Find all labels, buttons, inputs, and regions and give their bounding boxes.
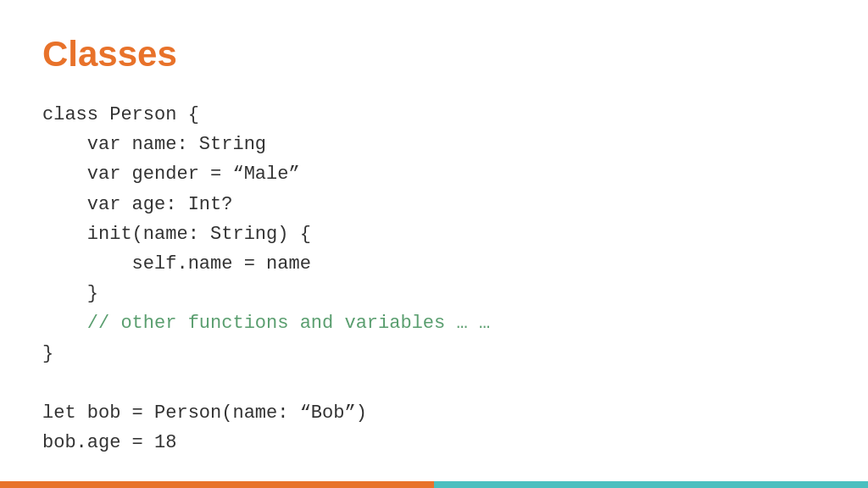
code-line-5: init(name: String) {	[42, 219, 826, 249]
page-container: Classes class Person { var name: String …	[0, 0, 868, 488]
code-line-7: }	[42, 279, 826, 308]
code-line-9: }	[42, 339, 826, 369]
code-block: class Person { var name: String var gend…	[42, 100, 826, 458]
code-line-4: var age: Int?	[42, 190, 826, 219]
code-line-6: self.name = name	[42, 249, 826, 279]
code-line-8: // other functions and variables … …	[42, 308, 826, 338]
bottom-bar-orange	[0, 481, 434, 488]
code-line-2: var name: String	[42, 130, 826, 159]
code-line-10	[42, 369, 826, 398]
code-line-12: bob.age = 18	[42, 428, 826, 458]
code-line-11: let bob = Person(name: “Bob”)	[42, 398, 826, 428]
page-title: Classes	[42, 34, 826, 75]
bottom-bar-teal	[434, 481, 868, 488]
code-line-1: class Person {	[42, 100, 826, 130]
code-line-3: var gender = “Male”	[42, 159, 826, 189]
